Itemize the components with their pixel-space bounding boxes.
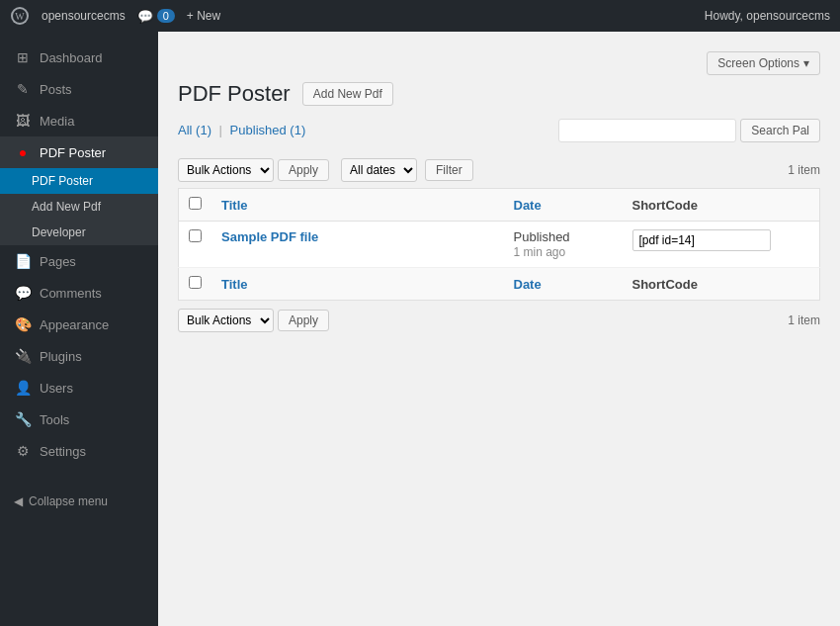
th-title: Title — [211, 189, 504, 222]
row-checkbox[interactable] — [189, 229, 202, 242]
row-shortcode-cell — [623, 222, 820, 268]
subitem-label: Add New Pdf — [32, 200, 101, 214]
title-sort-link[interactable]: Title — [221, 198, 248, 213]
media-icon: 🖼 — [14, 113, 32, 129]
collapse-menu-label: Collapse menu — [29, 494, 108, 508]
comments-item[interactable]: 💬 0 — [137, 9, 175, 24]
shortcode-input[interactable] — [632, 229, 771, 251]
items-count-bottom: 1 item — [788, 313, 820, 327]
sidebar-submenu: PDF Poster Add New Pdf Developer — [0, 168, 158, 245]
sidebar-item-label: Users — [40, 381, 73, 396]
page-title-row: PDF Poster Add New Pdf — [178, 81, 820, 107]
th-date: Date — [504, 189, 623, 222]
top-toolbar-left: Bulk Actions Apply All dates Filter — [178, 158, 473, 182]
table-row: Sample PDF file Published 1 min ago — [179, 222, 820, 268]
filter-all-link[interactable]: All (1) — [178, 123, 215, 137]
filter-published-link[interactable]: Published (1) — [230, 123, 306, 137]
search-row: Search Pal — [558, 119, 820, 142]
screen-options-arrow-icon: ▾ — [803, 56, 809, 70]
sidebar-item-dashboard[interactable]: ⊞ Dashboard — [0, 42, 158, 73]
row-date-cell: Published 1 min ago — [504, 222, 623, 268]
sidebar-subitem-add-new[interactable]: Add New Pdf — [0, 194, 158, 220]
add-new-pdf-button[interactable]: Add New Pdf — [302, 82, 393, 106]
sidebar-item-pdf-poster[interactable]: ● PDF Poster — [0, 136, 158, 168]
sidebar-item-pages[interactable]: 📄 Pages — [0, 245, 158, 277]
th-checkbox — [179, 189, 212, 222]
wp-logo-item[interactable]: W — [10, 6, 30, 26]
search-button[interactable]: Search Pal — [740, 119, 820, 142]
main-content: Screen Options ▾ PDF Poster Add New Pdf … — [158, 32, 840, 626]
tfoot-title-sort-link[interactable]: Title — [221, 277, 248, 292]
sidebar-item-label: Comments — [40, 286, 102, 301]
search-input[interactable] — [558, 119, 736, 142]
tfoot-date: Date — [504, 268, 623, 301]
dates-select[interactable]: All dates — [341, 158, 417, 182]
screen-options-bar: Screen Options ▾ — [178, 51, 820, 75]
sidebar-item-plugins[interactable]: 🔌 Plugins — [0, 340, 158, 372]
wp-logo-icon: W — [10, 6, 30, 26]
plugins-icon: 🔌 — [14, 348, 32, 364]
apply-button-bottom[interactable]: Apply — [278, 310, 329, 331]
sidebar-item-users[interactable]: 👤 Users — [0, 372, 158, 403]
tfoot-date-sort-link[interactable]: Date — [514, 277, 542, 292]
row-title-cell: Sample PDF file — [211, 222, 504, 268]
table-header-row: Title Date ShortCode — [179, 189, 820, 222]
sidebar-item-label: Settings — [40, 444, 86, 459]
sidebar-item-tools[interactable]: 🔧 Tools — [0, 403, 158, 435]
site-name-label: opensourcecms — [42, 9, 126, 23]
sidebar-subitem-pdf-poster[interactable]: PDF Poster — [0, 168, 158, 194]
sidebar-item-label: Pages — [40, 254, 76, 269]
screen-options-label: Screen Options — [717, 56, 799, 70]
admin-bar: W opensourcecms 💬 0 + New Howdy, opensou… — [0, 0, 840, 32]
tools-icon: 🔧 — [14, 411, 32, 427]
sidebar-item-comments[interactable]: 💬 Comments — [0, 277, 158, 309]
tfoot-checkbox — [179, 268, 212, 301]
sidebar-item-label: Plugins — [40, 349, 82, 364]
appearance-icon: 🎨 — [14, 316, 32, 332]
items-count-top: 1 item — [788, 163, 820, 177]
settings-icon: ⚙ — [14, 443, 32, 459]
bulk-actions-select-top[interactable]: Bulk Actions — [178, 158, 274, 182]
subitem-label: Developer — [32, 225, 86, 239]
sidebar-item-posts[interactable]: ✎ Posts — [0, 73, 158, 105]
bulk-actions-select-bottom[interactable]: Bulk Actions — [178, 309, 274, 332]
post-title-link[interactable]: Sample PDF file — [221, 229, 318, 244]
apply-button-top[interactable]: Apply — [278, 159, 329, 181]
howdy-text: Howdy, opensourcecms — [705, 9, 830, 23]
comments-count: 0 — [157, 9, 175, 23]
posts-table: Title Date ShortCode Sample PDF file — [178, 188, 820, 301]
th-shortcode: ShortCode — [623, 189, 820, 222]
tfoot-title: Title — [211, 268, 504, 301]
select-all-checkbox-bottom[interactable] — [189, 276, 202, 289]
bottom-toolbar-left: Bulk Actions Apply — [178, 309, 329, 332]
bottom-toolbar: Bulk Actions Apply 1 item — [178, 309, 820, 332]
sidebar-item-media[interactable]: 🖼 Media — [0, 105, 158, 136]
date-sort-link[interactable]: Date — [514, 198, 542, 213]
sidebar: ⊞ Dashboard ✎ Posts 🖼 Media ● PDF Poster… — [0, 32, 158, 626]
sidebar-item-label: Tools — [40, 412, 69, 427]
filter-links: All (1) | Published (1) — [178, 123, 305, 137]
subitem-label: PDF Poster — [32, 174, 93, 188]
date-published: Published — [514, 229, 570, 244]
sidebar-subitem-developer[interactable]: Developer — [0, 220, 158, 245]
filter-sep: | — [219, 123, 222, 137]
filter-button[interactable]: Filter — [425, 159, 473, 181]
pages-icon: 📄 — [14, 253, 32, 269]
page-title: PDF Poster — [178, 81, 291, 107]
new-item[interactable]: + New — [187, 9, 220, 23]
screen-options-button[interactable]: Screen Options ▾ — [707, 51, 820, 75]
collapse-menu-item[interactable]: ◀ Collapse menu — [0, 487, 158, 516]
sidebar-item-label: Appearance — [40, 317, 109, 332]
posts-icon: ✎ — [14, 81, 32, 97]
sidebar-item-settings[interactable]: ⚙ Settings — [0, 435, 158, 467]
sidebar-item-label: PDF Poster — [40, 145, 106, 160]
sidebar-item-appearance[interactable]: 🎨 Appearance — [0, 309, 158, 340]
select-all-checkbox-top[interactable] — [189, 197, 202, 210]
site-name-item[interactable]: opensourcecms — [42, 9, 126, 23]
pdf-poster-icon: ● — [14, 144, 32, 160]
tfoot-shortcode: ShortCode — [623, 268, 820, 301]
new-label: + New — [187, 9, 220, 23]
date-ago: 1 min ago — [514, 245, 566, 259]
sidebar-item-label: Dashboard — [40, 50, 103, 65]
dashboard-icon: ⊞ — [14, 49, 32, 65]
